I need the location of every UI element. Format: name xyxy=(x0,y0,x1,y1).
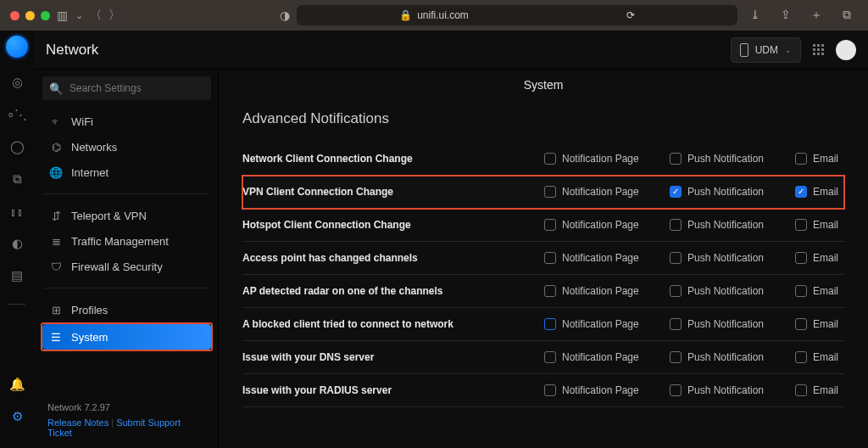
refresh-icon[interactable]: ⟳ xyxy=(626,9,635,21)
wifi-insights-icon[interactable]: ◐ xyxy=(7,236,27,251)
sidebar-item-profiles[interactable]: ⊞ Profiles xyxy=(42,297,211,322)
logs-icon[interactable]: ▤ xyxy=(7,268,27,283)
sidebar-item-networks[interactable]: ⌬ Networks xyxy=(42,134,211,160)
sidebar-item-wifi[interactable]: ᯤ WiFi xyxy=(42,109,211,134)
download-icon[interactable]: ⤓ xyxy=(744,8,766,23)
sidebar-item-teleport[interactable]: ⇵ Teleport & VPN xyxy=(42,203,211,228)
new-tab-icon[interactable]: ＋ xyxy=(805,8,827,23)
checkbox-label: Push Notification xyxy=(687,285,764,297)
version-label: Network 7.2.97 xyxy=(47,402,206,412)
checkbox-email[interactable]: Email xyxy=(795,351,844,363)
clients-icon[interactable]: ⧉ xyxy=(7,171,27,187)
checkbox-box[interactable] xyxy=(670,186,682,198)
checkbox-box[interactable] xyxy=(544,285,556,297)
checkbox-email[interactable]: Email xyxy=(795,153,844,165)
checkbox-box[interactable] xyxy=(795,153,807,165)
tabs-icon[interactable]: ⧉ xyxy=(836,8,858,23)
unifi-logo[interactable] xyxy=(6,36,28,58)
settings-gear-icon[interactable]: ⚙ xyxy=(7,409,27,424)
checkbox-email[interactable]: Email xyxy=(795,219,844,231)
notification-row: Issue with your RADIUS serverNotificatio… xyxy=(242,374,844,407)
checkbox-box[interactable] xyxy=(795,186,807,198)
checkbox-box[interactable] xyxy=(544,351,556,363)
checkbox-box[interactable] xyxy=(795,351,807,363)
notification-options: Notification PagePush NotificationEmail xyxy=(544,186,844,198)
checkbox-push[interactable]: Push Notification xyxy=(670,153,780,165)
checkbox-box[interactable] xyxy=(544,252,556,264)
checkbox-notification_page[interactable]: Notification Page xyxy=(544,285,654,297)
checkbox-push[interactable]: Push Notification xyxy=(670,351,780,363)
checkbox-push[interactable]: Push Notification xyxy=(670,186,780,198)
content-column: Network UDM ⌄ 🔍 ᯤ WiFi xyxy=(34,31,868,448)
checkbox-email[interactable]: Email xyxy=(795,186,844,198)
checkbox-push[interactable]: Push Notification xyxy=(670,384,780,396)
checkbox-email[interactable]: Email xyxy=(795,252,844,264)
checkbox-box[interactable] xyxy=(670,252,682,264)
minimize-window-button[interactable] xyxy=(25,11,35,20)
stats-icon[interactable]: ⫾⫾ xyxy=(7,204,27,219)
shield-icon: 🛡 xyxy=(49,260,63,273)
notification-row: Access point has changed channelsNotific… xyxy=(242,242,844,275)
devices-icon[interactable]: ◯ xyxy=(7,139,27,154)
section-title: Advanced Notifications xyxy=(242,110,844,127)
checkbox-box[interactable] xyxy=(544,219,556,231)
search-input[interactable]: 🔍 xyxy=(42,76,211,100)
checkbox-notification_page[interactable]: Notification Page xyxy=(544,384,654,396)
checkbox-box[interactable] xyxy=(670,384,682,396)
checkbox-push[interactable]: Push Notification xyxy=(670,252,780,264)
notification-row: Network Client Connection ChangeNotifica… xyxy=(242,143,844,176)
checkbox-box[interactable] xyxy=(795,384,807,396)
sidebar-item-system[interactable]: ☰ System xyxy=(42,324,211,350)
checkbox-push[interactable]: Push Notification xyxy=(670,219,780,231)
checkbox-box[interactable] xyxy=(670,285,682,297)
checkbox-notification_page[interactable]: Notification Page xyxy=(544,351,654,363)
checkbox-box[interactable] xyxy=(670,351,682,363)
checkbox-email[interactable]: Email xyxy=(795,318,844,330)
forward-button[interactable]: 〉 xyxy=(108,8,120,23)
address-bar[interactable]: 🔒 unifi.ui.com ⟳ xyxy=(297,5,737,25)
console-selector[interactable]: UDM ⌄ xyxy=(731,37,801,63)
apps-grid-icon[interactable] xyxy=(813,44,824,55)
sidebar-item-internet[interactable]: 🌐 Internet xyxy=(42,160,211,185)
topology-icon[interactable]: ∘⋱ xyxy=(7,107,27,122)
checkbox-notification_page[interactable]: Notification Page xyxy=(544,219,654,231)
checkbox-push[interactable]: Push Notification xyxy=(670,285,780,297)
device-icon xyxy=(740,43,748,57)
checkbox-box[interactable] xyxy=(544,318,556,330)
checkbox-notification_page[interactable]: Notification Page xyxy=(544,318,654,330)
checkbox-box[interactable] xyxy=(670,153,682,165)
sidebar-item-traffic[interactable]: ≣ Traffic Management xyxy=(42,228,211,254)
back-button[interactable]: 〈 xyxy=(90,8,102,23)
checkbox-box[interactable] xyxy=(670,219,682,231)
avatar[interactable] xyxy=(836,40,856,60)
share-icon[interactable]: ⇪ xyxy=(775,8,797,23)
checkbox-notification_page[interactable]: Notification Page xyxy=(544,153,654,165)
checkbox-box[interactable] xyxy=(544,186,556,198)
maximize-window-button[interactable] xyxy=(41,11,50,20)
search-field[interactable] xyxy=(70,82,204,94)
checkbox-box[interactable] xyxy=(544,384,556,396)
close-window-button[interactable] xyxy=(10,11,19,20)
checkbox-box[interactable] xyxy=(795,285,807,297)
sidebar-toggle-icon[interactable]: ▥ xyxy=(57,8,68,22)
checkbox-email[interactable]: Email xyxy=(795,384,844,396)
checkbox-email[interactable]: Email xyxy=(795,285,844,297)
release-notes-link[interactable]: Release Notes xyxy=(47,417,108,428)
checkbox-push[interactable]: Push Notification xyxy=(670,318,780,330)
checkbox-notification_page[interactable]: Notification Page xyxy=(544,186,654,198)
checkbox-box[interactable] xyxy=(795,318,807,330)
checkbox-box[interactable] xyxy=(544,153,556,165)
checkbox-label: Notification Page xyxy=(562,186,639,198)
checkbox-notification_page[interactable]: Notification Page xyxy=(544,252,654,264)
checkbox-box[interactable] xyxy=(795,219,807,231)
chevron-down-icon[interactable]: ⌄ xyxy=(75,10,83,21)
sidebar-item-firewall[interactable]: 🛡 Firewall & Security xyxy=(42,254,211,279)
panel-row: 🔍 ᯤ WiFi ⌬ Networks 🌐 Internet ⇵ xyxy=(34,70,868,448)
notifications-bell-icon[interactable]: 🔔 xyxy=(7,377,27,392)
sidebar-item-label: System xyxy=(71,331,108,344)
dashboard-icon[interactable]: ◎ xyxy=(7,75,27,90)
notification-label: Issue with your DNS server xyxy=(242,351,544,363)
shield-icon[interactable]: ◑ xyxy=(280,8,290,22)
checkbox-box[interactable] xyxy=(670,318,682,330)
checkbox-box[interactable] xyxy=(795,252,807,264)
